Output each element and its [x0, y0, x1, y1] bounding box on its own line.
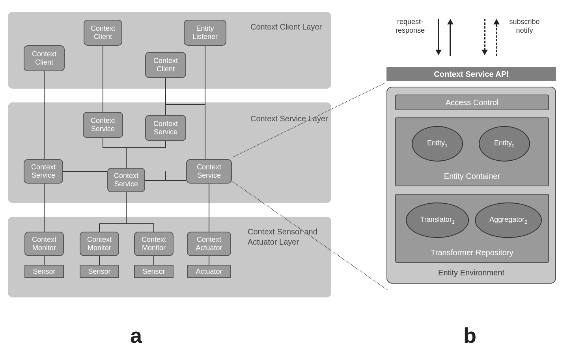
node-s1-text: Sensor [33, 267, 55, 276]
layer-sensor-text: Context Sensor and Actuator Layer [248, 227, 317, 246]
node-context-client-2: Context Client [84, 20, 122, 46]
entity-2-text: Entity2 [494, 139, 515, 149]
entity-environment-box: Access Control Entity1 Entity2 Entity Co… [386, 87, 556, 284]
layer-client-label: Context Client Layer [250, 22, 329, 32]
layer-sensor-label: Context Sensor and Actuator Layer [248, 227, 330, 247]
node-cc3-text: Context Client [147, 57, 184, 73]
entity-2-ellipse: Entity2 [479, 126, 530, 162]
node-entity-listener: Entity Listener [184, 20, 226, 46]
context-service-api-bar: Context Service API [386, 67, 556, 81]
node-sensor-1: Sensor [24, 265, 64, 278]
node-cm3-text: Context Monitor [136, 236, 171, 252]
access-control-text: Access Control [446, 98, 499, 107]
node-s2-text: Sensor [88, 267, 110, 276]
node-s3-text: Sensor [142, 267, 165, 276]
translator-ellipse: Translator1 [406, 202, 469, 238]
panel-letter-b: b [463, 323, 476, 347]
node-context-monitor-3: Context Monitor [134, 232, 174, 256]
access-control-box: Access Control [395, 95, 549, 110]
node-cs5-text: Context Service [189, 163, 230, 179]
node-cc1-text: Context Client [26, 50, 62, 66]
node-context-monitor-2: Context Monitor [80, 232, 119, 256]
node-cs2-text: Context Service [147, 120, 184, 136]
node-el-text: Entity Listener [186, 24, 224, 41]
panel-a: Context Client Layer Context Service Lay… [8, 12, 363, 307]
node-context-client-3: Context Client [145, 52, 186, 78]
node-context-monitor-1: Context Monitor [24, 232, 64, 256]
node-cs3-text: Context Service [26, 163, 61, 179]
node-sensor-3: Sensor [134, 265, 174, 278]
entity-1-ellipse: Entity1 [412, 126, 463, 162]
panel-letter-a: a [130, 323, 142, 347]
node-context-service-4: Context Service [107, 168, 145, 192]
layer-client-text: Context Client Layer [250, 22, 322, 31]
node-cs4-text: Context Service [110, 172, 143, 188]
aggregator-text: Aggregator2 [489, 215, 527, 225]
api-text: Context Service API [434, 70, 508, 79]
node-context-service-2: Context Service [145, 115, 186, 141]
translator-text: Translator1 [420, 215, 454, 225]
node-cc2-text: Context Client [86, 24, 120, 41]
entity-container-label: Entity Container [396, 172, 548, 181]
aggregator-ellipse: Aggregator2 [475, 202, 542, 238]
node-cm1-text: Context Monitor [27, 236, 62, 252]
label-request-response: request- response [390, 18, 430, 35]
panel-b: request- response subscribe notify Conte… [386, 12, 576, 307]
node-context-service-3: Context Service [24, 159, 63, 184]
node-context-service-1: Context Service [83, 112, 123, 138]
node-ca-text: Context Actuator [189, 236, 229, 252]
label-subscribe-notify: subscribe notify [505, 18, 544, 35]
transformer-repo-box: Translator1 Aggregator2 Transformer Repo… [395, 194, 549, 263]
node-sensor-2: Sensor [80, 265, 119, 278]
entity-environment-label: Entity Environment [387, 268, 555, 277]
node-context-actuator: Context Actuator [187, 232, 231, 256]
node-cs1-text: Context Service [85, 117, 121, 133]
entity-1-text: Entity1 [427, 139, 448, 149]
node-cm2-text: Context Monitor [82, 236, 117, 252]
node-context-client-1: Context Client [24, 45, 65, 71]
node-actuator: Actuator [187, 265, 231, 278]
node-act-text: Actuator [196, 267, 222, 276]
entity-container-box: Entity1 Entity2 Entity Container [395, 117, 549, 186]
transformer-repo-label: Transformer Repository [396, 248, 548, 257]
node-context-service-5: Context Service [186, 159, 232, 184]
